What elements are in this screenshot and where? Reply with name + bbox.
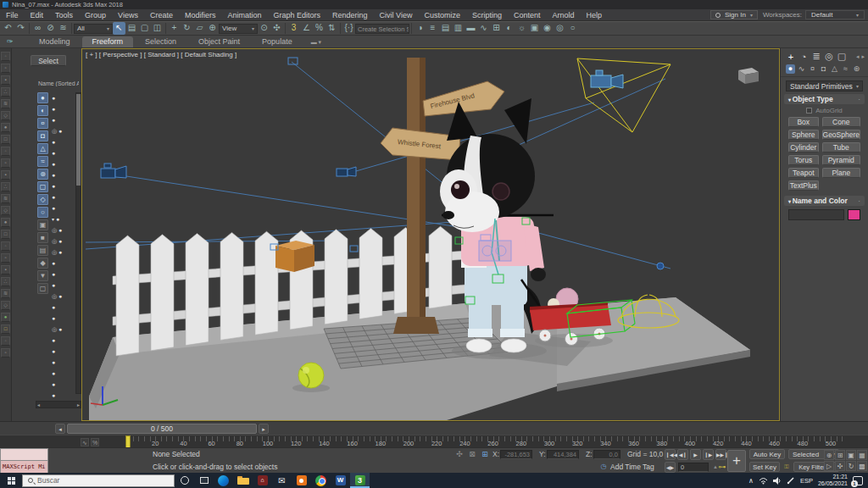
fence-picket[interactable] [220,232,243,340]
dock-toolbar-icon[interactable]: ◇ [1,206,10,215]
use-pivot-icon[interactable]: ⊙ [258,22,270,35]
menu-views[interactable]: Views [112,9,144,21]
visibility-eye-icon[interactable]: ◎ [52,326,57,333]
current-frame-field[interactable]: 0 [678,463,709,472]
rotate-icon[interactable]: ↻ [181,22,193,35]
cortana-button[interactable] [175,473,194,488]
action-center-icon[interactable]: 1 [853,476,863,485]
dock-toolbar-icon[interactable]: ◦ [1,52,10,61]
link-icon[interactable]: ∞ [31,22,44,35]
previous-frame-icon[interactable]: ◀❙ [677,449,688,460]
display-filter-icon[interactable]: △ [37,143,48,154]
dock-toolbar-icon[interactable]: ▫ [1,253,10,263]
rendered-frame-icon[interactable]: ▣ [528,22,541,35]
menu-customize[interactable]: Customize [418,9,466,21]
explorer-select-button[interactable]: Select [31,55,66,66]
scrollbar-thumb[interactable] [76,94,81,186]
edit-named-sets-icon[interactable]: {·} [342,22,355,35]
explorer-horizontal-scrollbar[interactable]: ◂ ▸ [36,401,81,408]
dock-toolbar-icon[interactable]: ● [1,123,10,132]
volume-icon[interactable] [773,477,782,485]
align-icon[interactable]: ≡ [426,22,439,35]
dock-toolbar-icon[interactable]: □ [1,230,10,239]
scene-object-row[interactable]: ● [52,114,74,125]
dock-toolbar-icon[interactable]: ≋ [1,289,10,298]
open-mini-curve-editor-icon[interactable]: ∿ [81,438,89,446]
panel-scroll-left-icon[interactable]: ◂ [856,53,860,60]
explorer-name-header[interactable]: Name (Sorted A [38,80,79,86]
scene-object-row[interactable]: ◎● [52,225,74,236]
prev-frame-button[interactable]: ◂ [55,424,65,434]
scene-object-row[interactable]: ● [52,158,74,169]
scroll-right-icon[interactable]: ▸ [77,402,80,408]
dock-toolbar-icon[interactable]: ◇ [1,301,10,310]
visibility-eye-icon[interactable]: ◎ [52,128,57,135]
named-selection-field[interactable]: Create Selection Se [355,24,409,34]
track-bar[interactable]: ∿ % 204060801001201401601802002202402602… [0,435,868,447]
dock-toolbar-icon[interactable]: ▪ [1,265,10,274]
scene-object-row[interactable]: ● [52,346,74,357]
scene-object-row[interactable]: ● [52,280,74,291]
orange-box[interactable] [275,241,314,272]
dock-toolbar-icon[interactable]: ◦ [1,241,10,251]
dock-toolbar-icon[interactable]: ∴ [1,182,10,191]
scene-object-row[interactable]: ● [52,335,74,346]
show-hidden-icons[interactable]: ∧ [748,477,754,485]
display-filter-icon[interactable]: ¤ [37,118,48,129]
explorer-tool-icon[interactable]: ▤ [37,245,48,256]
spinner-snap-icon[interactable]: ⇅ [326,22,338,35]
fence-picket[interactable] [186,234,209,346]
zoom-icon[interactable]: ⊕ [824,450,834,460]
tennis-ball[interactable] [298,363,324,388]
scene-object-row[interactable]: ▾● [52,214,74,225]
transform-typein-icon[interactable]: ⊞ [480,449,490,459]
snap-3d-icon[interactable]: 3 [287,22,300,35]
display-filter-icon[interactable]: ◇ [37,194,48,205]
fence-picket[interactable] [359,229,382,319]
fence-picket[interactable] [116,236,139,356]
dock-toolbar-icon[interactable]: ▫ [1,64,10,73]
tab-create[interactable]: + [786,52,796,62]
language-indicator[interactable]: ESP [800,477,813,485]
name-color-rollout[interactable]: ▾ Name and Color · [784,196,865,206]
tab-display[interactable]: ▢ [837,51,847,62]
dock-toolbar-icon[interactable]: ● [1,218,10,227]
scene-object-row[interactable]: ● [52,147,74,158]
dock-toolbar-icon[interactable]: ◇ [1,111,10,120]
key-icon[interactable]: ⊶ [717,462,727,472]
subtab-cameras[interactable]: ◘ [819,64,828,74]
subtab-lights[interactable]: ¤ [808,64,817,74]
scene-object-row[interactable]: ◎● [52,247,74,258]
next-frame-button[interactable]: ▸ [259,424,269,434]
angle-snap-icon[interactable]: ∠ [300,22,313,35]
fence-picket[interactable] [429,226,452,308]
explorer-tool-icon[interactable]: ■ [37,232,48,243]
object-name-input[interactable] [788,209,844,220]
mail-button[interactable]: ✉ [272,473,292,488]
next-frame-icon[interactable]: ❙▶ [703,449,714,460]
scene-object-row[interactable]: ● [52,302,74,313]
primitive-button-pyramid[interactable]: Pyramid [822,155,860,165]
explorer-vertical-scrollbar[interactable] [75,92,81,394]
taskbar-search[interactable]: Buscar [22,474,175,487]
rect-region-icon[interactable]: ▢ [138,22,151,35]
primitive-button-tube[interactable]: Tube [822,142,860,152]
scale-icon[interactable]: ▱ [193,22,206,35]
menu-civil-view[interactable]: Civil View [374,9,419,21]
select-by-name-icon[interactable]: ▤ [125,22,138,35]
key-filter-icon[interactable]: ⚿ [782,462,792,472]
primitive-category-dropdown[interactable]: Standard Primitives ▾ [786,80,863,92]
ribbon-tab-object-paint[interactable]: Object Paint [188,36,250,47]
scene-object-row[interactable]: ● [52,368,74,379]
menu-scripting[interactable]: Scripting [466,9,508,21]
dock-toolbar-icon[interactable]: ∴ [1,277,10,286]
add-time-tag[interactable]: Add Time Tag [610,463,654,471]
expander-icon[interactable]: ▾ [52,216,54,222]
dock-toolbar-icon[interactable]: ▪ [1,170,10,180]
perspective-viewport[interactable]: [ + ] [ Perspective ] [ Standard ] [ Def… [81,48,780,421]
scene-object-row[interactable]: ● [52,258,74,269]
network-icon[interactable] [759,477,768,485]
sign-in-button[interactable]: Sign In ▾ [710,10,758,19]
scene-object-row[interactable]: ● [52,357,74,368]
3dsmax-taskbar-button[interactable]: 3 [350,473,370,488]
